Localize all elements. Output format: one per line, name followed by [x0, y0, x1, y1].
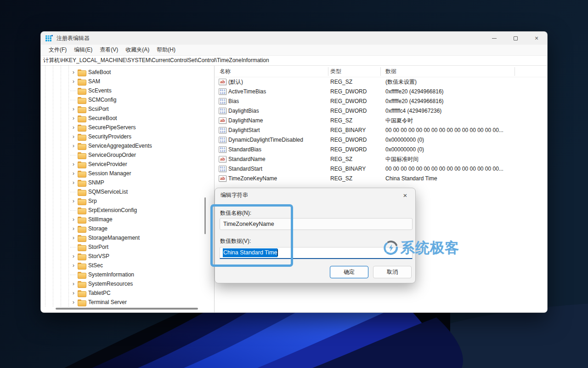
- chevron-right-icon[interactable]: [70, 155, 77, 155]
- ok-button[interactable]: 确定: [330, 266, 368, 278]
- tree-horizontal-scrollbar[interactable]: [56, 308, 198, 310]
- close-button[interactable]: ×: [526, 32, 547, 45]
- tree-item[interactable]: SCMConfig: [41, 95, 211, 104]
- folder-icon: [78, 189, 85, 195]
- chevron-right-icon[interactable]: ›: [70, 216, 77, 223]
- menu-item[interactable]: 文件(F): [45, 45, 70, 55]
- value-type-icon: 011110: [219, 98, 226, 104]
- tree-item[interactable]: › Session Manager: [41, 169, 211, 178]
- chevron-right-icon[interactable]: ›: [70, 262, 77, 269]
- chevron-right-icon[interactable]: [70, 100, 77, 100]
- chevron-right-icon[interactable]: [70, 210, 77, 211]
- chevron-right-icon[interactable]: ›: [70, 170, 77, 177]
- folder-icon: [78, 143, 85, 149]
- chevron-right-icon[interactable]: [70, 192, 77, 192]
- chevron-right-icon[interactable]: ›: [70, 161, 77, 167]
- chevron-right-icon[interactable]: ›: [70, 225, 77, 232]
- chevron-right-icon[interactable]: ›: [70, 115, 77, 121]
- value-type-icon: ab: [219, 79, 226, 85]
- tree-item[interactable]: SQMServiceList: [41, 187, 211, 196]
- value-row[interactable]: 011110 StandardBias REG_DWORD 0x00000000…: [215, 145, 547, 155]
- close-icon: ×: [535, 35, 538, 41]
- menu-item[interactable]: 帮助(H): [153, 45, 179, 55]
- value-row[interactable]: ab (默认) REG_SZ (数值未设置): [215, 77, 547, 87]
- value-data: 0xffffffc4 (4294967236): [385, 106, 441, 116]
- maximize-button[interactable]: [505, 32, 526, 45]
- tree-item[interactable]: › SecurePipeServers: [41, 123, 211, 132]
- tree-item[interactable]: › SafeBoot: [41, 68, 211, 77]
- tree-item[interactable]: › StorVSP: [41, 252, 211, 261]
- tree-item[interactable]: › Storage: [41, 224, 211, 233]
- value-data: 中国夏令时: [385, 116, 413, 126]
- tree-item[interactable]: › ServiceAggregatedEvents: [41, 141, 211, 150]
- value-row[interactable]: ab TimeZoneKeyName REG_SZ China Standard…: [215, 174, 547, 184]
- tree-item[interactable]: › Terminal Server: [41, 298, 211, 307]
- column-header-name[interactable]: 名称: [220, 66, 231, 77]
- chevron-right-icon[interactable]: [70, 91, 77, 91]
- chevron-right-icon[interactable]: ›: [70, 235, 77, 241]
- value-row[interactable]: 011110 DaylightBias REG_DWORD 0xffffffc4…: [215, 106, 547, 116]
- chevron-right-icon[interactable]: ›: [70, 281, 77, 287]
- chevron-right-icon[interactable]: [70, 247, 77, 247]
- address-bar[interactable]: 计算机\HKEY_LOCAL_MACHINE\SYSTEM\CurrentCon…: [41, 56, 547, 66]
- tree-item[interactable]: ServiceGroupOrder: [41, 150, 211, 160]
- menu-item[interactable]: 编辑(E): [70, 45, 96, 55]
- menu-item[interactable]: 收藏夹(A): [122, 45, 153, 55]
- column-header-type[interactable]: 类型: [330, 66, 341, 77]
- tree-item[interactable]: › StSec: [41, 261, 211, 270]
- chevron-right-icon[interactable]: ›: [70, 299, 77, 305]
- folder-icon: [78, 152, 85, 158]
- tree-item[interactable]: › SNMP: [41, 178, 211, 187]
- value-row[interactable]: ab DaylightName REG_SZ 中国夏令时: [215, 116, 547, 126]
- cancel-button[interactable]: 取消: [373, 266, 412, 278]
- menu-item[interactable]: 查看(V): [96, 45, 122, 55]
- watermark: 系统极客: [382, 238, 459, 258]
- chevron-right-icon[interactable]: ›: [70, 198, 77, 204]
- tree-item[interactable]: SystemInformation: [41, 270, 211, 279]
- value-row[interactable]: 011110 StandardStart REG_BINARY 00 00 00…: [215, 164, 547, 174]
- tree-item[interactable]: › ScsiPort: [41, 104, 211, 114]
- tree-item[interactable]: › Srp: [41, 196, 211, 206]
- chevron-right-icon[interactable]: ›: [70, 179, 77, 186]
- value-type: REG_SZ: [330, 174, 352, 184]
- minimize-button[interactable]: [484, 32, 505, 45]
- folder-icon: [78, 235, 85, 241]
- tree-item[interactable]: › SAM: [41, 77, 211, 86]
- tree-item[interactable]: SrpExtensionConfig: [41, 206, 211, 215]
- chevron-right-icon[interactable]: [70, 275, 77, 275]
- value-row[interactable]: ab StandardName REG_SZ 中国标准时间: [215, 155, 547, 164]
- address-path: 计算机\HKEY_LOCAL_MACHINE\SYSTEM\CurrentCon…: [41, 57, 269, 64]
- tree-item[interactable]: › ServiceProvider: [41, 160, 211, 169]
- tree-item[interactable]: › TabletPC: [41, 288, 211, 298]
- value-name: StandardStart: [228, 164, 262, 174]
- folder-icon: [78, 290, 85, 296]
- chevron-right-icon[interactable]: ›: [70, 133, 77, 140]
- column-header-data[interactable]: 数据: [385, 66, 396, 77]
- dialog-title-bar: 编辑字符串 ×: [215, 188, 415, 202]
- chevron-right-icon[interactable]: ›: [70, 290, 77, 296]
- chevron-right-icon[interactable]: ›: [70, 69, 77, 75]
- chevron-right-icon[interactable]: ›: [70, 124, 77, 131]
- tree-item-label: StillImage: [88, 216, 113, 223]
- tree-item[interactable]: › SystemResources: [41, 279, 211, 288]
- tree-item[interactable]: StorPort: [41, 242, 211, 252]
- tree-item[interactable]: › SecurityProviders: [41, 132, 211, 141]
- tree-item[interactable]: › StillImage: [41, 215, 211, 224]
- chevron-right-icon[interactable]: ›: [70, 106, 77, 112]
- dialog-close-button[interactable]: ×: [401, 191, 410, 199]
- value-row[interactable]: 011110 ActiveTimeBias REG_DWORD 0xfffffe…: [215, 87, 547, 97]
- tree-item[interactable]: › StorageManagement: [41, 233, 211, 242]
- chevron-right-icon[interactable]: ›: [70, 78, 77, 85]
- value-row[interactable]: 011110 DynamicDaylightTimeDisabled REG_D…: [215, 135, 547, 145]
- chevron-right-icon[interactable]: ›: [70, 253, 77, 259]
- value-type: REG_BINARY: [330, 126, 366, 135]
- tree-item-label: SrpExtensionConfig: [88, 207, 137, 213]
- value-row[interactable]: 011110 Bias REG_DWORD 0xfffffe20 (429496…: [215, 97, 547, 106]
- value-type-icon: 011110: [219, 166, 226, 172]
- tree-vertical-scrollbar[interactable]: [204, 197, 206, 234]
- tree-item[interactable]: ScEvents: [41, 86, 211, 95]
- value-row[interactable]: 011110 DaylightStart REG_BINARY 00 00 00…: [215, 126, 547, 135]
- chevron-right-icon[interactable]: ›: [70, 143, 77, 149]
- title-bar[interactable]: 注册表编辑器 ×: [41, 32, 547, 45]
- tree-item[interactable]: › SecureBoot: [41, 114, 211, 123]
